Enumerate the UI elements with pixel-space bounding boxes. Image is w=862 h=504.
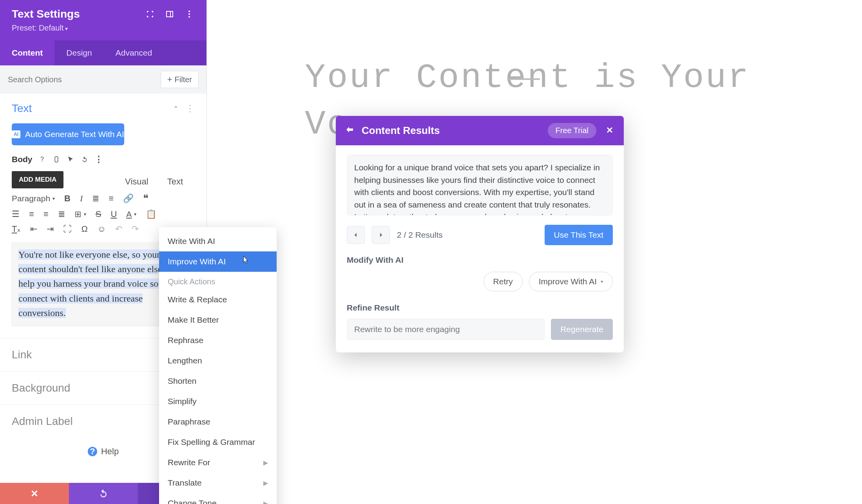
chevron-right-icon: ▶ — [263, 479, 268, 487]
ctx-translate[interactable]: Translate▶ — [159, 473, 277, 493]
section-menu-icon[interactable]: ⋮ — [185, 103, 195, 114]
ctx-write-replace[interactable]: Write & Replace — [159, 289, 277, 310]
body-menu-icon[interactable]: ⋮ — [94, 155, 103, 164]
help-icon: ? — [88, 447, 97, 456]
text-color-icon[interactable]: A▾ — [126, 210, 136, 219]
next-result-button[interactable] — [372, 226, 390, 244]
help-circle-icon[interactable]: ? — [38, 155, 47, 164]
undo-icon[interactable]: ↶ — [115, 224, 122, 234]
table-icon[interactable]: ⊞▾ — [74, 210, 86, 219]
expand-icon[interactable] — [145, 9, 156, 20]
tab-advanced[interactable]: Advanced — [104, 40, 164, 65]
mobile-icon[interactable] — [52, 155, 61, 164]
ctx-shorten[interactable]: Shorten — [159, 371, 277, 391]
tab-design[interactable]: Design — [54, 40, 103, 65]
preset-selector[interactable]: Preset: Default▾ — [12, 20, 195, 38]
svg-point-0 — [188, 11, 190, 12]
more-icon[interactable] — [184, 9, 195, 20]
svg-point-1 — [188, 13, 190, 15]
indent-icon[interactable]: ⇥ — [47, 224, 54, 234]
panel-title: Text Settings — [12, 8, 136, 20]
format-select[interactable]: Paragraph▾ — [12, 194, 55, 203]
ctx-paraphrase[interactable]: Paraphrase — [159, 412, 277, 432]
close-icon[interactable] — [605, 125, 614, 136]
align-center-icon[interactable]: ≡ — [29, 209, 34, 219]
modify-heading: Modify With AI — [347, 255, 613, 265]
align-right-icon[interactable]: ≡ — [43, 209, 49, 219]
align-left-icon[interactable]: ☰ — [12, 209, 20, 219]
align-justify-icon[interactable]: ≣ — [58, 209, 65, 219]
body-label-row: Body ? ⋮ — [0, 152, 206, 167]
ctx-write-with-ai[interactable]: Write With AI — [159, 231, 277, 251]
undo-footer-button[interactable] — [69, 483, 138, 504]
ai-badge-icon: AI — [12, 130, 20, 138]
reset-icon[interactable] — [80, 155, 89, 164]
panel-header: Text Settings Preset: Default▾ — [0, 0, 206, 40]
retry-button[interactable]: Retry — [484, 272, 523, 291]
underline-icon[interactable]: U — [110, 209, 117, 219]
fullscreen-icon[interactable]: ⛶ — [63, 224, 72, 234]
clear-format-icon[interactable]: Tₓ — [12, 224, 21, 234]
quote-icon[interactable]: ❝ — [143, 192, 148, 204]
search-row: +Filter — [0, 65, 206, 94]
svg-rect-3 — [55, 157, 58, 162]
paste-icon[interactable]: 📋 — [146, 209, 156, 219]
chevron-down-icon: ▾ — [601, 279, 603, 284]
ctx-quick-actions-heading: Quick Actions — [159, 272, 277, 289]
prev-result-button[interactable] — [347, 226, 365, 244]
ctx-simplify[interactable]: Simplify — [159, 391, 277, 412]
svg-point-2 — [188, 16, 190, 18]
result-textarea[interactable] — [347, 155, 613, 215]
improve-with-ai-dropdown[interactable]: Improve With AI▾ — [529, 272, 613, 291]
mouse-cursor-icon — [241, 255, 250, 264]
ctx-rewrite-for[interactable]: Rewrite For▶ — [159, 452, 277, 473]
ctx-make-better[interactable]: Make It Better — [159, 310, 277, 330]
italic-icon[interactable]: I — [80, 193, 83, 204]
cursor-icon[interactable] — [66, 155, 75, 164]
use-this-text-button[interactable]: Use This Text — [545, 225, 613, 245]
bold-icon[interactable]: B — [64, 193, 71, 204]
content-results-modal: Content Results Free Trial 2 / 2 Results… — [336, 116, 624, 352]
collapse-icon[interactable]: ⌃ — [173, 105, 178, 112]
text-section-title: Text — [12, 102, 173, 115]
text-section-header[interactable]: Text ⌃ ⋮ — [0, 94, 206, 119]
free-trial-badge[interactable]: Free Trial — [548, 123, 596, 138]
refine-input[interactable] — [347, 319, 545, 340]
strike-icon[interactable]: S — [96, 209, 101, 219]
regenerate-button[interactable]: Regenerate — [551, 319, 613, 340]
number-list-icon[interactable]: ≡ — [109, 193, 114, 204]
search-input[interactable] — [8, 75, 161, 84]
ctx-fix-spelling[interactable]: Fix Spelling & Grammar — [159, 432, 277, 452]
omega-icon[interactable]: Ω — [81, 224, 87, 234]
link-icon[interactable]: 🔗 — [123, 193, 134, 204]
divider-line — [509, 78, 540, 80]
chevron-right-icon: ▶ — [263, 500, 268, 504]
modal-title: Content Results — [362, 125, 548, 137]
add-media-button[interactable]: ADD MEDIA — [12, 171, 63, 188]
emoji-icon[interactable]: ☺ — [97, 224, 106, 234]
ctx-lengthen[interactable]: Lengthen — [159, 350, 277, 371]
redo-icon[interactable]: ↷ — [132, 224, 139, 234]
dock-icon[interactable] — [164, 9, 175, 20]
settings-tabs: Content Design Advanced — [0, 40, 206, 65]
auto-generate-button[interactable]: AI Auto Generate Text With AI — [12, 123, 124, 145]
editor-tab-visual[interactable]: Visual — [125, 177, 148, 187]
refine-heading: Refine Result — [347, 303, 613, 313]
body-label: Body — [12, 155, 33, 164]
filter-button[interactable]: +Filter — [161, 71, 199, 88]
pager-label: 2 / 2 Results — [397, 230, 443, 240]
ai-context-menu: Write With AI Improve With AI Quick Acti… — [159, 227, 277, 504]
close-button[interactable] — [0, 483, 69, 504]
ctx-improve-with-ai[interactable]: Improve With AI — [159, 251, 277, 272]
outdent-icon[interactable]: ⇤ — [30, 224, 37, 234]
back-icon[interactable] — [345, 125, 355, 136]
modal-header: Content Results Free Trial — [336, 116, 624, 145]
editor-tab-text[interactable]: Text — [167, 177, 183, 187]
ctx-rephrase[interactable]: Rephrase — [159, 330, 277, 350]
tab-content[interactable]: Content — [0, 40, 54, 65]
bullet-list-icon[interactable]: ≣ — [92, 193, 99, 204]
ctx-change-tone[interactable]: Change Tone▶ — [159, 493, 277, 504]
chevron-right-icon: ▶ — [263, 459, 268, 466]
